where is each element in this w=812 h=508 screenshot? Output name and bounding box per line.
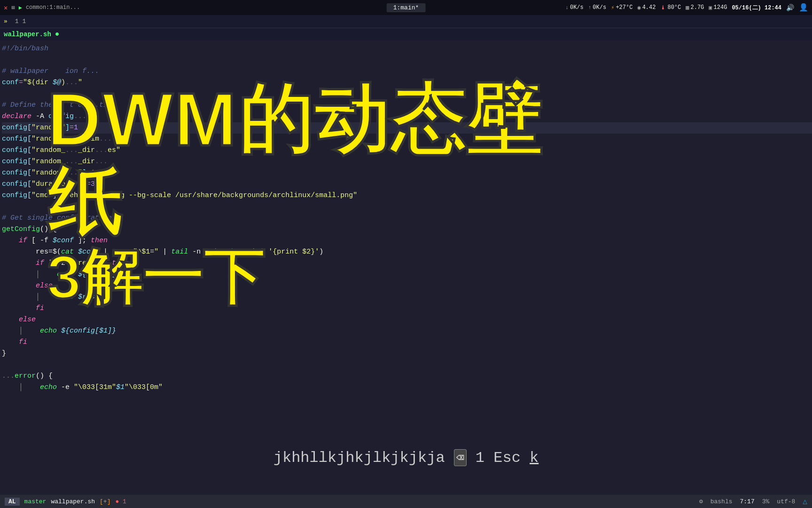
code-line: config["random_..._dir...es" (2, 145, 812, 156)
vim-tab-label: 1 1 (15, 18, 26, 25)
backspace-key: ⌫ (454, 449, 467, 466)
bottom-hint: jkhhllkjhkjlkjkjkja ⌫ 1 Esc k (0, 449, 812, 467)
code-line: } (2, 348, 812, 359)
load-stat: ◉ 4.42 (637, 4, 656, 11)
hint-label1: 1 Esc (476, 449, 530, 467)
status-filename: wallpaper.sh (51, 498, 95, 505)
net-up-stat: ↑0K/s (588, 4, 606, 11)
temp-stat: ⚡ +27°C (611, 4, 632, 11)
hint-label2: k (530, 449, 539, 467)
editor-area[interactable]: #!/bin/bash # wallpaper ion f... conf="$… (0, 40, 812, 495)
lsp-label: bashls (710, 498, 733, 505)
volume-icon[interactable]: 🔊 (786, 4, 794, 12)
error-indicator: ● 1 (115, 498, 126, 505)
cursor-position: 7:17 (740, 498, 755, 505)
active-tab[interactable]: 1:main* (387, 3, 426, 12)
vim-mode: AL (5, 498, 20, 506)
vim-tabs-bar: » 1 1 (0, 15, 812, 28)
code-line: config["duratio..."]=30 (2, 179, 812, 190)
shell-icon: ▶ (19, 4, 22, 11)
topbar: ✕ ⊞ ▶ common:1:main... 1:main* ↓0K/s ↑0K… (0, 0, 812, 15)
code-line: config["cmd"]="feh --no-fehbg --bg-scale… (2, 190, 812, 201)
code-line: config["random"]=1 (2, 122, 812, 134)
code-line: getConfig() { (2, 224, 812, 235)
datetime-stat: 05/16(二) 12:44 (732, 4, 781, 12)
arch-icon: △ (803, 497, 807, 506)
code-line: config["random_..."]=1 (2, 167, 812, 179)
code-line: │ echo ${config[$1]} (2, 269, 812, 280)
status-bar: AL master wallpaper.sh [+] ● 1 ⚙ bashls … (0, 495, 812, 508)
file-encoding: utf-8 (777, 498, 795, 505)
vim-tab-marker: » (4, 18, 8, 25)
code-line: # Get single configuration (2, 213, 812, 224)
code-line: conf="$(dir $@)..." (2, 77, 812, 88)
user-avatar: 👤 (799, 3, 808, 12)
file-tab: wallpaper.sh ● (0, 28, 812, 40)
hint-text: jkhhllkjhkjlkjkjkja (273, 449, 445, 467)
topbar-right: ↓0K/s ↑0K/s ⚡ +27°C ◉ 4.42 🌡 80°C ▦ 2.7G… (565, 3, 808, 12)
code-line: # Define the t co...tion (2, 100, 812, 111)
disk-stat: ▣ 124G (709, 4, 727, 11)
mem-stat: ▦ 2.7G (686, 4, 704, 11)
code-line: if [ -z "$res" ]; then (2, 258, 812, 269)
gear-icon: ⚙ (699, 498, 703, 505)
code-line: config["random_..._dir... (2, 156, 812, 167)
code-line (2, 55, 812, 66)
code-line: fi (2, 337, 812, 348)
close-button[interactable]: ✕ (4, 4, 8, 12)
scroll-percent: 3% (762, 498, 770, 505)
grid-icon[interactable]: ⊞ (11, 4, 15, 11)
statusbar-right: ⚙ bashls 7:17 3% utf-8 △ (699, 497, 807, 506)
code-line (2, 88, 812, 100)
code-line: #!/bin/bash (2, 43, 812, 55)
git-branch: master (24, 498, 47, 505)
code-line: res=$(cat $conf | grep "^$1=" | tail -n … (2, 246, 812, 258)
net-down-stat: ↓0K/s (565, 4, 583, 11)
code-line: declare -A config... (2, 111, 812, 122)
code-line: fi (2, 303, 812, 314)
code-line: │ echo ${config[$1]} (2, 325, 812, 337)
code-line: if [ -f $conf ]; then (2, 235, 812, 246)
window-title: common:1:main... (26, 4, 80, 11)
modified-indicator: ● (55, 30, 60, 39)
code-line: ...error() { (2, 371, 812, 382)
code-line: config["random..."]="im..." (2, 134, 812, 145)
code-line (2, 359, 812, 371)
code-line: │ echo $res (2, 292, 812, 303)
cpu-temp-stat: 🌡 80°C (660, 4, 681, 11)
code-line: # wallpaper ion f... (2, 66, 812, 77)
statusbar-left: AL master wallpaper.sh [+] ● 1 (5, 498, 126, 506)
code-content: #!/bin/bash # wallpaper ion f... conf="$… (0, 40, 812, 396)
code-line: else (2, 280, 812, 292)
topbar-center: 1:main* (387, 3, 426, 12)
file-name: wallpaper.sh (4, 31, 51, 38)
topbar-left: ✕ ⊞ ▶ common:1:main... (4, 4, 80, 12)
code-line: │ echo -e "\033[31m"$1"\033[0m" (2, 382, 812, 393)
status-modified: [+] (100, 498, 110, 505)
code-line: else (2, 314, 812, 325)
code-line (2, 201, 812, 213)
